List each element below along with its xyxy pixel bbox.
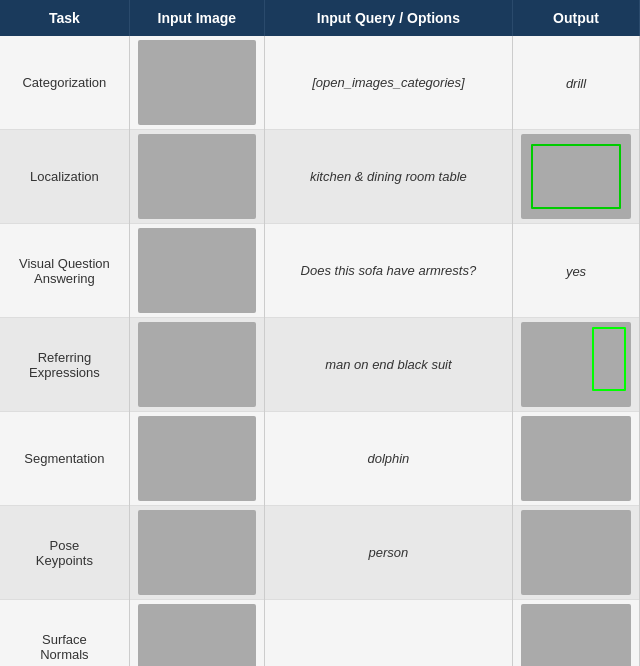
task-label: Referring Expressions bbox=[0, 318, 129, 412]
task-label: Surface Normals bbox=[0, 600, 129, 667]
input-image bbox=[138, 510, 256, 595]
input-image bbox=[138, 40, 256, 125]
output-image bbox=[521, 510, 631, 595]
input-image-cell bbox=[129, 36, 264, 130]
task-label: Categorization bbox=[0, 36, 129, 130]
input-image-cell bbox=[129, 600, 264, 667]
table-row: Localizationkitchen & dining room table bbox=[0, 130, 640, 224]
input-image-cell bbox=[129, 130, 264, 224]
task-label: Pose Keypoints bbox=[0, 506, 129, 600]
table-row: Visual Question AnsweringDoes this sofa … bbox=[0, 224, 640, 318]
output-text-value: yes bbox=[566, 264, 586, 279]
col-input-image: Input Image bbox=[129, 0, 264, 36]
output-image bbox=[521, 134, 631, 219]
input-image-cell bbox=[129, 318, 264, 412]
table-row: Categorization[open_images_categories]dr… bbox=[0, 36, 640, 130]
input-image bbox=[138, 416, 256, 501]
table-row: Segmentationdolphin bbox=[0, 412, 640, 506]
query-text: man on end black suit bbox=[264, 318, 512, 412]
input-image bbox=[138, 134, 256, 219]
table-row: Pose Keypointsperson bbox=[0, 506, 640, 600]
query-text: [open_images_categories] bbox=[264, 36, 512, 130]
task-label: Localization bbox=[0, 130, 129, 224]
query-text: Does this sofa have armrests? bbox=[264, 224, 512, 318]
col-task: Task bbox=[0, 0, 129, 36]
output-text-value: drill bbox=[566, 76, 586, 91]
output-cell: yes bbox=[512, 224, 639, 318]
input-image-cell bbox=[129, 506, 264, 600]
output-cell bbox=[512, 506, 639, 600]
output-cell: drill bbox=[512, 36, 639, 130]
query-text: person bbox=[264, 506, 512, 600]
output-image bbox=[521, 322, 631, 407]
input-image-cell bbox=[129, 412, 264, 506]
output-cell bbox=[512, 600, 639, 667]
query-text: dolphin bbox=[264, 412, 512, 506]
input-image-cell bbox=[129, 224, 264, 318]
output-cell bbox=[512, 130, 639, 224]
col-input-query: Input Query / Options bbox=[264, 0, 512, 36]
table-row: Surface Normals bbox=[0, 600, 640, 667]
input-image bbox=[138, 604, 256, 666]
main-table: Task Input Image Input Query / Options O… bbox=[0, 0, 640, 666]
input-image bbox=[138, 228, 256, 313]
output-cell bbox=[512, 412, 639, 506]
input-image bbox=[138, 322, 256, 407]
task-label: Segmentation bbox=[0, 412, 129, 506]
output-cell bbox=[512, 318, 639, 412]
table-header: Task Input Image Input Query / Options O… bbox=[0, 0, 640, 36]
query-text: kitchen & dining room table bbox=[264, 130, 512, 224]
col-output: Output bbox=[512, 0, 639, 36]
task-label: Visual Question Answering bbox=[0, 224, 129, 318]
query-text bbox=[264, 600, 512, 667]
output-image bbox=[521, 604, 631, 666]
table-row: Referring Expressionsman on end black su… bbox=[0, 318, 640, 412]
output-image bbox=[521, 416, 631, 501]
